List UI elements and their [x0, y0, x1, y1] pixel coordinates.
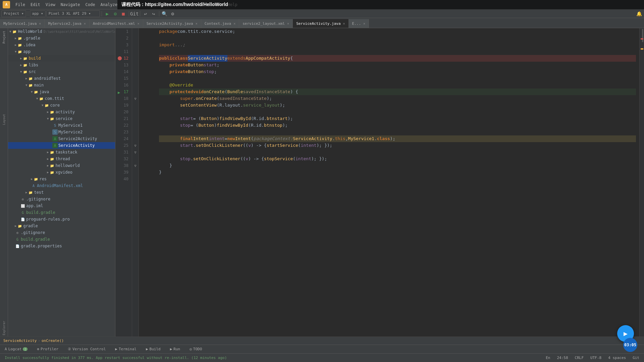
- tree-item-myservice1[interactable]: S MyService1: [8, 122, 115, 129]
- bottom-tab-logcat[interactable]: A Logcat :: [3, 346, 30, 352]
- keyword: this: [335, 135, 345, 142]
- bottom-tab-build[interactable]: ▶ Build: [144, 346, 163, 352]
- fold-marker-24[interactable]: ▽: [132, 142, 139, 149]
- tree-item-gradle2[interactable]: ▶ 📁 gradle: [8, 223, 115, 229]
- app-config-dropdown[interactable]: app ▾: [30, 10, 46, 17]
- search-button[interactable]: 🔍: [161, 10, 168, 17]
- tab-close-icon[interactable]: ×: [138, 22, 140, 25]
- tree-item-main[interactable]: ▼ 📁 main: [8, 82, 115, 88]
- git-button[interactable]: Git: [131, 10, 138, 17]
- tab-close-icon[interactable]: ×: [84, 22, 86, 25]
- fold-marker-17[interactable]: ▽: [132, 95, 139, 102]
- tree-item-build-gradle[interactable]: G build.gradle: [8, 209, 115, 216]
- menu-view[interactable]: View: [43, 2, 58, 8]
- scroll-indicator[interactable]: [642, 29, 643, 42]
- code-editor[interactable]: 1 2 3 11 12 13 14 15 16 ▶ 17 18 19 20 21…: [115, 28, 644, 337]
- tree-item-gradle[interactable]: ▶ 📁 .gradle: [8, 35, 115, 42]
- menu-code[interactable]: Code: [83, 2, 98, 8]
- menu-file[interactable]: File: [13, 2, 28, 8]
- menu-refactor[interactable]: Refactor: [120, 2, 145, 8]
- bottom-tab-profiler[interactable]: ⊕ Profiler: [35, 346, 60, 352]
- breadcrumb-method[interactable]: onCreate(): [42, 339, 64, 343]
- tree-item-androidmanifest[interactable]: A AndroidManifest.xml: [8, 182, 115, 189]
- tree-item-service2activity[interactable]: A Service2Activity: [8, 135, 115, 142]
- tree-item-core[interactable]: ▼ 📁 core: [8, 102, 115, 109]
- redo-button[interactable]: ↪: [150, 10, 157, 17]
- menu-analyze[interactable]: Analyze: [98, 2, 120, 8]
- tree-item-taskstack[interactable]: ▶ 📁 taskstack: [8, 149, 115, 156]
- fold-marker-25[interactable]: ▽: [132, 149, 139, 156]
- status-lang[interactable]: En: [544, 356, 552, 360]
- tab-context[interactable]: Context.java ×: [201, 19, 239, 28]
- tree-item-app[interactable]: ▼ 📁 app: [8, 48, 115, 55]
- status-position[interactable]: 24:58: [555, 356, 570, 360]
- project-dropdown[interactable]: Project ▾: [1, 10, 26, 17]
- tree-item-app-iml[interactable]: ⬜ app.iml: [8, 202, 115, 209]
- device-dropdown[interactable]: Pixel 3 XL API 29 ▾: [46, 10, 100, 17]
- tree-item-thread[interactable]: ▶ 📁 thread: [8, 156, 115, 162]
- tab-close-icon[interactable]: ×: [39, 22, 41, 25]
- notification-button[interactable]: 🔔: [635, 10, 643, 17]
- bottom-tab-vcs[interactable]: ② Version Control: [66, 346, 108, 352]
- tree-item-res[interactable]: ▶ 📁 res: [8, 176, 115, 182]
- status-crlf[interactable]: CRLF: [573, 356, 586, 360]
- tree-item-src[interactable]: ▼ 📁 src: [8, 68, 115, 75]
- tree-item-xgvideo[interactable]: ▶ 📁 xgvideo: [8, 169, 115, 176]
- tab-manifest[interactable]: AndroidManifest.xml ×: [90, 19, 143, 28]
- tab-extra[interactable]: E... ×: [349, 19, 369, 28]
- tree-item-androidtest[interactable]: ▶ 📁 androidTest: [8, 75, 115, 82]
- tab-serviceactivity[interactable]: ServiceActivity.java ×: [293, 19, 348, 28]
- bottom-tab-run[interactable]: ▶ Run: [168, 346, 182, 352]
- status-charset[interactable]: UTF-8: [588, 356, 603, 360]
- undo-button[interactable]: ↩: [142, 10, 149, 17]
- menu-help[interactable]: Help: [225, 2, 240, 8]
- tree-item-gradle-props[interactable]: 📄 gradle.properties: [8, 243, 115, 249]
- tab-service2layout[interactable]: service2_layout.xml ×: [239, 19, 293, 28]
- tree-item-build-gradle-root[interactable]: G build.gradle: [8, 236, 115, 243]
- tab-close-icon[interactable]: ×: [363, 22, 365, 25]
- tree-item-proguard[interactable]: 📄 proguard-rules.pro: [8, 216, 115, 223]
- tree-item-myservice2[interactable]: S MyService2: [8, 129, 115, 135]
- status-vcs[interactable]: Git: [631, 356, 641, 360]
- tree-item-idea[interactable]: ▶ 📁 .idea: [8, 42, 115, 48]
- fold-marker-32[interactable]: ▽: [132, 162, 139, 169]
- expand-icon: ▶: [15, 224, 16, 228]
- layout-tool[interactable]: Layout: [2, 113, 6, 126]
- tab-myservice1[interactable]: MyService1.java ×: [0, 19, 45, 28]
- menu-vcs[interactable]: VCS: [193, 2, 205, 8]
- tab-myservice2[interactable]: MyService2.java ×: [45, 19, 89, 28]
- debug-button[interactable]: ⚙: [112, 10, 119, 17]
- stop-button[interactable]: ■: [120, 10, 127, 17]
- tab-close-icon[interactable]: ×: [196, 22, 198, 25]
- tab-close-icon[interactable]: ×: [233, 22, 235, 25]
- status-indent[interactable]: 4 spaces: [606, 356, 628, 360]
- tree-item-activity[interactable]: ▶ 📁 activity: [8, 109, 115, 115]
- tree-item-serviceactivity[interactable]: A ServiceActivity: [8, 142, 115, 149]
- explorer-tool[interactable]: Explorer: [2, 319, 6, 337]
- menu-build[interactable]: Build: [145, 2, 162, 8]
- tab-service2activity[interactable]: Service2Activity.java ×: [143, 19, 201, 28]
- tab-close-icon[interactable]: ×: [287, 22, 289, 25]
- tree-item-libs[interactable]: ▶ 📁 libs: [8, 62, 115, 68]
- project-tool[interactable]: Project: [2, 29, 6, 45]
- menu-navigate[interactable]: Navigate: [58, 2, 83, 8]
- tree-item-build[interactable]: ▶ 📁 build: [8, 55, 115, 62]
- run-button[interactable]: ▶: [104, 10, 111, 17]
- breadcrumb-class[interactable]: ServiceActivity: [3, 339, 37, 343]
- tab-close-icon[interactable]: ×: [343, 22, 345, 25]
- menu-window[interactable]: Window: [205, 2, 225, 8]
- menu-tools[interactable]: Tools: [175, 2, 193, 8]
- menu-edit[interactable]: Edit: [28, 2, 43, 8]
- tree-item-helloworld[interactable]: ▼ 📁 HelloWorld D:\workspace\ttit\android…: [8, 28, 115, 35]
- settings-button[interactable]: ⚙: [169, 10, 176, 17]
- tree-item-helloworld-inner[interactable]: ▶ 📁 helloworld: [8, 162, 115, 169]
- bottom-tab-todo[interactable]: ◎ TODO: [187, 346, 204, 352]
- tree-item-comttit[interactable]: ▼ 📁 com.ttit: [8, 95, 115, 102]
- tree-item-test[interactable]: ▶ 📁 test: [8, 189, 115, 196]
- tree-item-gitignore-root[interactable]: ⊙ .gitignore: [8, 229, 115, 236]
- menu-run[interactable]: Run: [162, 2, 175, 8]
- bottom-tab-terminal[interactable]: ▶ Terminal: [113, 346, 139, 352]
- tree-item-java[interactable]: ▼ 📁 java: [8, 88, 115, 95]
- tree-item-gitignore-app[interactable]: ⊙ .gitignore: [8, 196, 115, 202]
- tree-item-service[interactable]: ▼ 📁 service: [8, 115, 115, 122]
